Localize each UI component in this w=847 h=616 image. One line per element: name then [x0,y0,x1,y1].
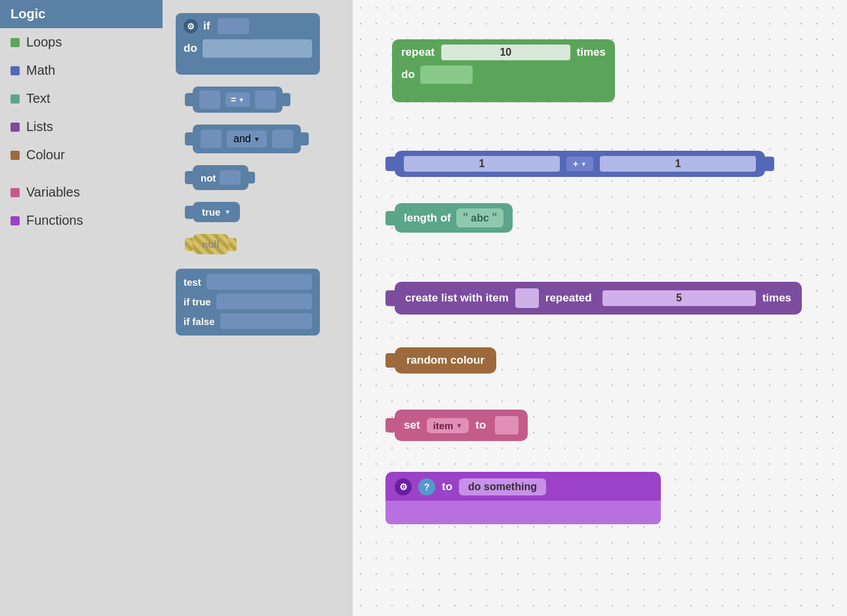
list-item-slot [515,288,539,308]
func-name-slot[interactable]: do something [459,478,546,495]
test-label: test [184,277,201,288]
length-of-block[interactable]: length of " abc " [385,203,513,233]
var-dropdown-arrow: ▼ [456,422,462,429]
and-dropdown-arrow: ▼ [254,136,260,143]
repeat-times-label: times [577,46,606,59]
canvas: repeat times do + ▼ [353,0,847,616]
sidebar-item-label: Variables [26,185,80,200]
eq-operator-label: = [231,94,236,105]
repeat-block[interactable]: repeat times do [392,39,615,102]
var-left-notch [385,418,395,433]
math-color-dot [10,66,20,75]
sidebar-item-label: Functions [26,213,83,228]
create-list-block[interactable]: create list with item repeated times [385,282,802,315]
math-op-label: + [573,159,578,169]
and-right-slot [272,130,293,148]
var-to-notch [490,419,495,431]
sidebar-item-functions[interactable]: Functions [0,206,163,235]
list-num-left-notch [596,292,602,304]
eq-right-slot [255,90,276,109]
sidebar: Logic Loops Math Text Lists Colour Varia… [0,0,163,616]
sidebar-item-label: Logic [10,7,45,22]
repeat-do-slot [420,66,473,84]
equals-block[interactable]: = ▼ [193,87,283,113]
sidebar-item-label: Text [26,91,50,106]
true-block[interactable]: true ▼ [193,202,240,222]
true-label: true [202,206,220,218]
sidebar-item-label: Colour [26,147,65,163]
sidebar-item-logic[interactable]: Logic [0,0,163,28]
text-color-dot [10,94,20,104]
and-block[interactable]: and ▼ [193,125,301,153]
sidebar-item-variables[interactable]: Variables [0,178,163,206]
length-of-label: length of [404,212,451,225]
list-left-notch [385,290,395,306]
math-operator-dropdown[interactable]: + ▼ [566,157,593,171]
null-label: null [202,239,220,250]
and-left-slot [201,130,222,148]
sidebar-item-lists[interactable]: Lists [0,113,163,141]
func-name-value: do something [468,481,537,492]
eq-dropdown-arrow: ▼ [238,96,245,104]
test-false-slot [220,313,312,329]
and-label: and [233,133,251,145]
repeat-bottom-hook [401,87,447,96]
blocks-panel: ⚙ if do = ▼ and ▼ [163,0,353,616]
lists-color-dot [10,123,20,132]
var-to-slot [495,416,519,434]
repeat-value-input[interactable] [441,45,570,60]
not-right-notch [248,172,255,183]
var-item-label: item [433,420,454,431]
length-left-notch [385,211,395,225]
sidebar-item-math[interactable]: Math [0,56,163,85]
test-condition-slot [207,274,312,290]
sidebar-item-label: Lists [26,119,53,134]
eq-left-slot [199,90,220,109]
sidebar-item-label: Loops [26,35,62,50]
sidebar-item-label: Math [26,63,55,78]
set-label: set [404,419,420,432]
ternary-block[interactable]: test if true if false [176,269,320,336]
math-left-notch [385,157,395,171]
colour-left-notch [385,353,395,368]
func-gear-icon: ⚙ [395,478,412,495]
to-label: to [475,419,486,432]
length-text-value: abc [471,212,489,224]
sidebar-item-colour[interactable]: Colour [0,141,163,169]
list-times-label: times [762,292,791,305]
func-body-area [385,501,661,524]
math-left-input[interactable] [404,156,560,172]
if-true-label: if true [184,296,211,307]
sidebar-item-loops[interactable]: Loops [0,28,163,56]
gear-icon: ⚙ [184,19,198,33]
eq-operator-dropdown[interactable]: = ▼ [226,92,250,107]
do-label: do [184,42,197,55]
set-variable-block[interactable]: set item ▼ to [385,410,528,441]
function-block[interactable]: ⚙ ? to do something [385,472,661,527]
var-name-dropdown[interactable]: item ▼ [427,418,469,433]
not-block[interactable]: not [193,165,248,190]
func-question-icon: ? [418,478,435,495]
if-label: if [203,20,210,33]
if-block[interactable]: ⚙ if do [176,13,320,75]
repeated-label: repeated [545,292,592,305]
open-quote: " [463,211,469,225]
random-colour-label: random colour [406,354,484,366]
length-text-slot: " abc " [456,208,504,227]
sidebar-item-text[interactable]: Text [0,85,163,113]
math-right-notch [765,157,774,171]
if-false-label: if false [184,316,215,327]
if-condition-slot [218,18,249,34]
test-true-slot [216,294,312,309]
create-list-label: create list with item [405,292,509,305]
null-block[interactable]: null [193,234,229,254]
math-right-input[interactable] [600,156,756,172]
loops-color-dot [10,38,20,47]
math-add-block[interactable]: + ▼ [385,151,765,177]
close-quote: " [492,211,498,225]
list-repeat-count-input[interactable] [602,290,756,306]
func-to-label: to [442,480,452,493]
random-colour-block[interactable]: random colour [385,347,496,374]
repeat-label: repeat [401,46,435,59]
and-operator-dropdown[interactable]: and ▼ [227,130,267,147]
